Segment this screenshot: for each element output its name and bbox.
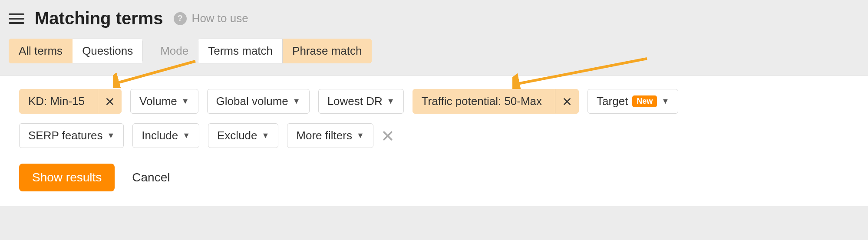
mode-label: Mode	[160, 44, 188, 58]
tab-phrase-match[interactable]: Phrase match	[283, 39, 372, 63]
tab-questions[interactable]: Questions	[73, 39, 143, 63]
show-results-button[interactable]: Show results	[19, 164, 115, 191]
new-badge: New	[632, 95, 657, 107]
filter-lowest-dr-label: Lowest DR	[327, 95, 383, 108]
chevron-down-icon: ▼	[182, 97, 189, 106]
chevron-down-icon: ▼	[356, 131, 364, 140]
filter-traffic-potential-clear-icon[interactable]	[555, 89, 578, 113]
filter-kd-clear-icon[interactable]	[98, 89, 121, 113]
page-title: Matching terms	[35, 9, 163, 28]
help-icon: ?	[174, 12, 187, 25]
view-tabs: All terms Questions	[9, 39, 143, 63]
tab-terms-match[interactable]: Terms match	[198, 39, 283, 63]
filter-kd-label: KD: Min-15	[20, 89, 93, 113]
filter-exclude[interactable]: Exclude ▼	[208, 123, 278, 148]
filter-traffic-potential-label: Traffic potential: 50-Max	[413, 89, 551, 113]
filter-global-volume[interactable]: Global volume ▼	[207, 89, 310, 114]
filter-serp-features-label: SERP features	[28, 129, 103, 142]
chevron-down-icon: ▼	[262, 131, 270, 140]
filters-panel: KD: Min-15 Volume ▼ Global volume ▼ Lowe…	[0, 76, 868, 206]
hamburger-menu-icon[interactable]	[9, 11, 24, 26]
filter-target[interactable]: Target New ▼	[587, 89, 678, 114]
filter-include-label: Include	[142, 129, 178, 142]
chevron-down-icon: ▼	[107, 131, 115, 140]
chevron-down-icon: ▼	[387, 97, 395, 106]
mode-tabs: Terms match Phrase match	[198, 39, 372, 63]
filter-target-label: Target	[597, 95, 628, 108]
filter-volume[interactable]: Volume ▼	[130, 89, 198, 114]
cancel-button[interactable]: Cancel	[132, 171, 170, 184]
filter-exclude-label: Exclude	[217, 129, 257, 142]
chevron-down-icon: ▼	[293, 97, 300, 106]
filter-more-label: More filters	[296, 129, 352, 142]
filter-lowest-dr[interactable]: Lowest DR ▼	[318, 89, 404, 114]
tab-all-terms[interactable]: All terms	[9, 39, 73, 63]
filter-more[interactable]: More filters ▼	[287, 123, 373, 148]
chevron-down-icon: ▼	[182, 131, 190, 140]
help-label: How to use	[192, 12, 248, 25]
filter-traffic-potential[interactable]: Traffic potential: 50-Max	[413, 89, 579, 114]
filter-serp-features[interactable]: SERP features ▼	[19, 123, 124, 148]
filter-volume-label: Volume	[139, 95, 177, 108]
how-to-use-link[interactable]: ? How to use	[174, 12, 248, 25]
filter-include[interactable]: Include ▼	[132, 123, 199, 148]
filter-global-volume-label: Global volume	[216, 95, 288, 108]
clear-all-filters-icon[interactable]	[382, 130, 393, 141]
filter-kd[interactable]: KD: Min-15	[19, 89, 122, 114]
chevron-down-icon: ▼	[661, 97, 669, 106]
